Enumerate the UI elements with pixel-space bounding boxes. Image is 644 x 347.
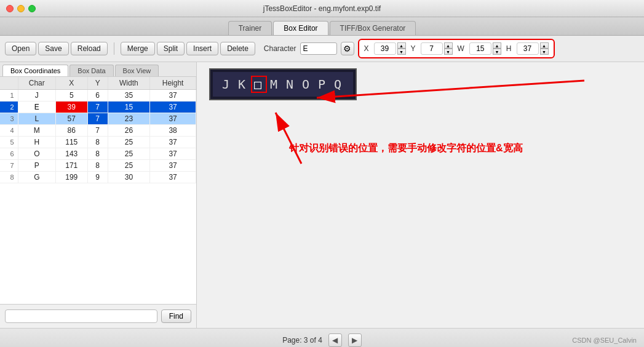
h-label: H xyxy=(506,44,512,53)
x-input[interactable] xyxy=(374,42,396,55)
watermark: CSDN @SEU_Calvin xyxy=(572,337,637,344)
h-spin-up[interactable]: ▲ xyxy=(540,42,549,49)
w-spin-up[interactable]: ▲ xyxy=(493,42,501,49)
col-header-x: X xyxy=(55,77,87,90)
table-row-num: 6 xyxy=(0,148,18,160)
titlebar: jTessBoxEditor - eng.myfont.exp0.tif xyxy=(0,0,644,17)
table-row-num: 8 xyxy=(0,172,18,183)
table-cell-x: 39 xyxy=(55,102,87,113)
open-button[interactable]: Open xyxy=(5,42,36,55)
tab-box-editor[interactable]: Box Editor xyxy=(273,21,328,35)
close-button[interactable] xyxy=(6,5,14,12)
search-input[interactable] xyxy=(5,309,157,323)
pixel-char-n: N xyxy=(283,77,299,92)
col-header-height: Height xyxy=(150,77,196,90)
reload-button[interactable]: Reload xyxy=(71,42,108,55)
table-cell-x: 171 xyxy=(55,160,87,172)
h-spin-down[interactable]: ▼ xyxy=(540,49,549,55)
table-cell-y: 7 xyxy=(87,125,108,137)
col-header-y: Y xyxy=(87,77,108,90)
merge-button[interactable]: Merge xyxy=(121,42,155,55)
y-label: Y xyxy=(411,44,416,53)
y-coord-group: ▲ ▼ xyxy=(421,42,453,55)
traffic-lights xyxy=(6,5,36,12)
pixel-char-box: □ xyxy=(251,76,267,93)
subtab-box-view[interactable]: Box View xyxy=(115,65,159,76)
table-cell-width: 30 xyxy=(108,172,150,183)
file-buttons: Open Save Reload xyxy=(5,42,108,55)
table-cell-x: 115 xyxy=(55,137,87,148)
coordinates-box: X ▲ ▼ Y ▲ ▼ W ▲ ▼ H xyxy=(358,39,555,58)
w-coord-group: ▲ ▼ xyxy=(469,42,501,55)
table-row-num: 3 xyxy=(0,113,18,125)
table-cell-x: 57 xyxy=(55,113,87,125)
prev-page-button[interactable]: ◀ xyxy=(328,333,342,347)
maximize-button[interactable] xyxy=(28,5,36,12)
box-table: Char X Y Width Height 1 J 5 6 35 37 2 E … xyxy=(0,77,196,183)
h-input[interactable] xyxy=(517,42,539,55)
table-cell-char: G xyxy=(18,172,55,183)
w-spin-down[interactable]: ▼ xyxy=(493,49,501,55)
y-spin-down[interactable]: ▼ xyxy=(444,49,453,55)
image-preview: J K □ M N O P Q xyxy=(209,68,357,100)
table-cell-char: P xyxy=(18,160,55,172)
table-cell-width: 35 xyxy=(108,90,150,102)
x-spin-down[interactable]: ▼ xyxy=(397,49,406,55)
table-cell-width: 25 xyxy=(108,137,150,148)
character-input[interactable] xyxy=(300,42,337,55)
find-button[interactable]: Find xyxy=(161,309,191,323)
table-cell-char: O xyxy=(18,148,55,160)
table-cell-char: L xyxy=(18,113,55,125)
table-cell-y: 8 xyxy=(87,160,108,172)
table-cell-width: 15 xyxy=(108,102,150,113)
table-cell-char: H xyxy=(18,137,55,148)
w-spinner: ▲ ▼ xyxy=(493,42,501,55)
y-spinner: ▲ ▼ xyxy=(444,42,453,55)
next-page-button[interactable]: ▶ xyxy=(348,333,362,347)
table-container: Char X Y Width Height 1 J 5 6 35 37 2 E … xyxy=(0,77,196,304)
save-button[interactable]: Save xyxy=(38,42,68,55)
pixel-char-p: P xyxy=(315,77,331,92)
table-cell-height: 38 xyxy=(150,125,196,137)
w-input[interactable] xyxy=(469,42,491,55)
x-spin-up[interactable]: ▲ xyxy=(397,42,406,49)
subtab-box-coordinates[interactable]: Box Coordinates xyxy=(2,65,68,76)
split-button[interactable]: Split xyxy=(157,42,185,55)
table-cell-y: 6 xyxy=(87,90,108,102)
pixel-char-j: J xyxy=(219,77,235,92)
subtab-box-data[interactable]: Box Data xyxy=(70,65,113,76)
col-header-width: Width xyxy=(108,77,150,90)
y-input[interactable] xyxy=(421,42,443,55)
page-label: Page: 3 of 4 xyxy=(282,336,322,345)
svg-line-2 xyxy=(276,113,301,164)
minimize-button[interactable] xyxy=(17,5,25,12)
subtabs: Box Coordinates Box Data Box View xyxy=(0,62,196,77)
pixel-display: J K □ M N O P Q xyxy=(213,72,353,97)
table-row-num: 5 xyxy=(0,137,18,148)
table-cell-char: J xyxy=(18,90,55,102)
table-row-num: 2 xyxy=(0,102,18,113)
delete-button[interactable]: Delete xyxy=(220,42,255,55)
table-cell-width: 25 xyxy=(108,148,150,160)
table-cell-height: 37 xyxy=(150,148,196,160)
y-spin-up[interactable]: ▲ xyxy=(444,42,453,49)
tabbar: Trainer Box Editor TIFF/Box Generator xyxy=(0,17,644,36)
x-spinner: ▲ ▼ xyxy=(397,42,406,55)
table-cell-width: 25 xyxy=(108,160,150,172)
x-label: X xyxy=(364,44,369,53)
table-cell-width: 26 xyxy=(108,125,150,137)
gear-button[interactable]: ⚙ xyxy=(341,42,354,55)
table-cell-x: 5 xyxy=(55,90,87,102)
window-title: jTessBoxEditor - eng.myfont.exp0.tif xyxy=(263,4,381,13)
insert-button[interactable]: Insert xyxy=(186,42,218,55)
table-row-num: 7 xyxy=(0,160,18,172)
table-row-num: 4 xyxy=(0,125,18,137)
col-header-num xyxy=(0,77,18,90)
character-area: Character ⚙ xyxy=(264,42,354,55)
pixel-char-q: Q xyxy=(331,77,347,92)
bottom-bar: Page: 3 of 4 ◀ ▶ CSDN @SEU_Calvin xyxy=(0,328,644,347)
tab-tiff-box-generator[interactable]: TIFF/Box Generator xyxy=(330,21,416,35)
tab-trainer[interactable]: Trainer xyxy=(228,21,272,35)
table-cell-height: 37 xyxy=(150,113,196,125)
edit-buttons: Merge Split Insert Delete xyxy=(121,42,255,55)
